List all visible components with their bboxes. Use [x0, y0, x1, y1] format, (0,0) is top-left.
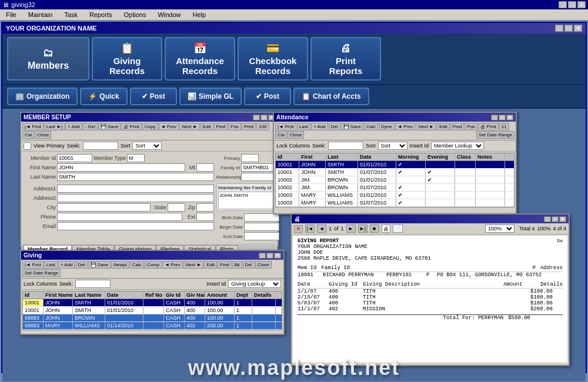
- close-btn[interactable]: ✕: [577, 1, 586, 8]
- prev-btn[interactable]: ◄ Prev: [159, 123, 179, 130]
- primary-input[interactable]: [241, 154, 259, 162]
- giv-save[interactable]: 💾 Save: [88, 261, 111, 269]
- rep-min[interactable]: _: [544, 216, 551, 222]
- menu-maintain[interactable]: Maintain: [25, 11, 56, 19]
- rep-zoom-select[interactable]: 100%: [485, 224, 514, 233]
- att-add[interactable]: + Add: [311, 123, 328, 130]
- att-row-0[interactable]: 10001 JOHN SMITH 01/01/2010 ✔: [276, 161, 514, 169]
- giving-records-button[interactable]: 📋 GivingRecords: [92, 37, 162, 81]
- menu-options[interactable]: Options: [120, 11, 149, 19]
- giv-newpt[interactable]: Newpt: [111, 261, 129, 269]
- minimize-btn[interactable]: _: [559, 1, 567, 8]
- first-btn[interactable]: |◄ First: [22, 123, 44, 130]
- giv-find[interactable]: Find: [218, 261, 232, 269]
- menu-file[interactable]: File: [2, 11, 20, 19]
- att-dyne[interactable]: Dyne: [379, 123, 395, 130]
- att-del[interactable]: Del: [329, 123, 340, 130]
- close-btn-m[interactable]: Cal: [22, 131, 34, 139]
- copy-btn[interactable]: Copy: [142, 123, 158, 130]
- att-insert-select[interactable]: Member Lookup: [431, 142, 484, 150]
- rep-last-arrow[interactable]: ►|: [358, 224, 368, 233]
- att-row-1[interactable]: 10001 JOHN SMITH 01/07/2010 ✔ ✔: [276, 169, 514, 176]
- address2-input[interactable]: [57, 194, 214, 202]
- att-cal[interactable]: Cal: [275, 131, 287, 139]
- find-btn[interactable]: Find: [214, 123, 228, 130]
- att-row-2[interactable]: 10002 JIM BROWN 01/01/2010 ✔: [276, 176, 514, 184]
- member-max[interactable]: □: [260, 115, 268, 120]
- giv-seek-input[interactable]: [75, 280, 111, 288]
- begin-date-input[interactable]: [244, 223, 279, 231]
- giv-calc[interactable]: Calc: [130, 261, 144, 269]
- giv-last[interactable]: Last: [44, 261, 58, 269]
- member-min[interactable]: _: [253, 115, 260, 120]
- mi-input[interactable]: [196, 163, 214, 172]
- last-btn[interactable]: Last ►|: [44, 123, 65, 130]
- giv-del2[interactable]: Del: [243, 261, 255, 269]
- menu-window[interactable]: Window: [154, 11, 184, 19]
- pos-btn[interactable]: Pos: [228, 123, 241, 130]
- menu-task[interactable]: Task: [61, 11, 81, 19]
- save-btn[interactable]: 💾 Save: [98, 123, 121, 130]
- rep-prev-arrow[interactable]: ◄: [317, 224, 326, 233]
- att-calc[interactable]: Calc: [364, 123, 378, 130]
- ext-input[interactable]: [196, 213, 214, 221]
- set-date-range-btn[interactable]: Set Date Range: [476, 131, 514, 139]
- seek-input[interactable]: [83, 142, 118, 150]
- state-input[interactable]: [168, 203, 185, 212]
- giv-row-0[interactable]: 10001 JOHN SMITH 01/01/2010 CASH 400 100…: [23, 299, 282, 307]
- rep-max[interactable]: □: [552, 216, 559, 222]
- zip-input[interactable]: [196, 203, 214, 212]
- city-input[interactable]: [57, 203, 151, 212]
- att-row-3[interactable]: 10002 JIM BROWN 01/07/2010 ✔: [276, 184, 514, 192]
- giv-row-1[interactable]: 10001 JOHN SMITH 01/01/2010 CASH 400 100…: [23, 307, 282, 314]
- birth-date-input[interactable]: [244, 213, 279, 222]
- giv-bil[interactable]: Bil: [232, 261, 242, 269]
- giv-row-3[interactable]: 99883 MARY WILLIAMS 01/14/2010 CASH 402 …: [23, 322, 282, 330]
- last-name-input[interactable]: [57, 173, 214, 181]
- att-find[interactable]: Find: [450, 123, 465, 130]
- att-close2[interactable]: Close: [288, 131, 304, 139]
- close-btn2[interactable]: Close: [35, 131, 51, 139]
- attendance-records-button[interactable]: 📅 AttendanceRecords: [165, 37, 235, 81]
- rep-stop2[interactable]: ■: [370, 224, 379, 233]
- del-btn[interactable]: - Del: [83, 123, 98, 130]
- member-type-input[interactable]: [127, 154, 145, 162]
- giv-edit[interactable]: Edit: [204, 261, 217, 269]
- edit-btn[interactable]: Edit: [201, 123, 213, 130]
- att-last[interactable]: Last: [297, 123, 310, 130]
- sort-select[interactable]: Sort: [132, 142, 162, 150]
- giv-set-date[interactable]: Set Date Range: [22, 269, 61, 277]
- print-btn[interactable]: 🖨 Print: [121, 123, 142, 130]
- giv-prev[interactable]: ◄ Prev: [162, 261, 183, 269]
- post-button[interactable]: ✔ Post: [130, 88, 177, 105]
- att-pos[interactable]: Pos: [465, 123, 477, 130]
- quick-button[interactable]: ⚡ Quick: [80, 88, 127, 105]
- att-prev[interactable]: ◄ Prev: [395, 123, 416, 130]
- giv-del[interactable]: Del: [76, 261, 88, 269]
- cal-btn[interactable]: 100: [256, 123, 269, 130]
- rep-next-arrow[interactable]: ►: [346, 224, 356, 233]
- first-name-input[interactable]: [57, 163, 185, 172]
- att-row-5[interactable]: 10003 MARY WILLIAMS 01/07/2010 ✔: [276, 199, 514, 207]
- member-id-input[interactable]: [57, 154, 92, 162]
- app-maximize[interactable]: □: [564, 25, 573, 32]
- end-date-input[interactable]: [244, 232, 279, 240]
- add-btn[interactable]: + Add: [65, 123, 82, 130]
- att-edit[interactable]: Edit: [437, 123, 450, 130]
- att-close[interactable]: ✕: [506, 115, 513, 120]
- att-min[interactable]: _: [491, 115, 498, 120]
- att-print[interactable]: 🖨 Print: [478, 123, 499, 130]
- rep-first-arrow[interactable]: |◄: [305, 224, 315, 233]
- att-sort-select[interactable]: Sort: [378, 142, 407, 150]
- menu-reports[interactable]: Reports: [86, 11, 116, 19]
- giv-comp[interactable]: Comp: [145, 261, 162, 269]
- menu-help[interactable]: Help: [189, 11, 210, 19]
- rep-close[interactable]: ✕: [559, 216, 566, 222]
- email-input[interactable]: [57, 222, 214, 230]
- print-reports-button[interactable]: 🖨 PrintReports: [310, 37, 381, 81]
- chart-of-accts-button[interactable]: 📋 Chart of Accts: [293, 88, 369, 105]
- giv-close2[interactable]: Close: [255, 261, 272, 269]
- giv-min[interactable]: _: [259, 253, 266, 259]
- print2-btn[interactable]: Print: [242, 123, 256, 130]
- app-minimize[interactable]: _: [555, 25, 563, 32]
